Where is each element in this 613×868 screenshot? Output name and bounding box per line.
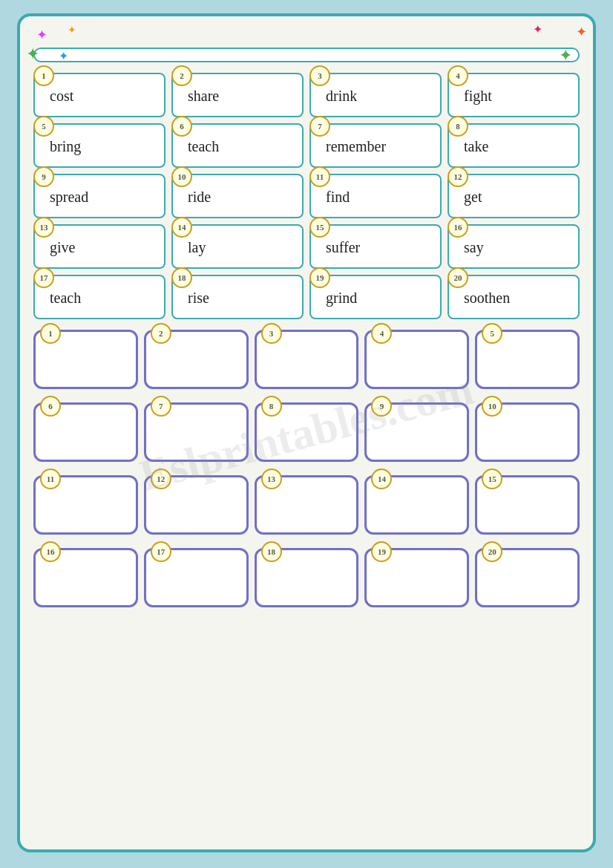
verb-word-2: share bbox=[188, 88, 219, 105]
verb-cell-10[interactable]: 10ride bbox=[171, 174, 304, 218]
answer-cell-1[interactable]: 1 bbox=[33, 330, 138, 389]
verb-number-1: 1 bbox=[33, 65, 54, 86]
answer-number-7: 7 bbox=[151, 396, 171, 417]
verb-word-8: take bbox=[464, 138, 488, 155]
verb-cell-19[interactable]: 19grind bbox=[309, 275, 442, 319]
verb-cell-12[interactable]: 12get bbox=[448, 174, 580, 218]
answer-cell-20[interactable]: 20 bbox=[475, 548, 580, 607]
answer-cell-16[interactable]: 16 bbox=[33, 548, 138, 607]
answer-number-17: 17 bbox=[151, 541, 171, 562]
verb-word-10: ride bbox=[188, 189, 211, 206]
verb-number-3: 3 bbox=[309, 65, 330, 86]
title-area bbox=[33, 28, 580, 42]
verb-cell-9[interactable]: 9spread bbox=[33, 174, 165, 218]
answer-cell-13[interactable]: 13 bbox=[255, 475, 359, 535]
verb-number-14: 14 bbox=[171, 217, 192, 238]
instructions-box bbox=[33, 48, 580, 62]
verb-number-18: 18 bbox=[171, 267, 192, 288]
page: ✦ ✦ ✦ ✦ ✦ ✦ ✦ 1cost2share3drink4fight5br… bbox=[17, 13, 596, 852]
answer-cell-19[interactable]: 19 bbox=[364, 548, 469, 607]
verb-cell-18[interactable]: 18rise bbox=[171, 275, 304, 319]
answer-number-4: 4 bbox=[371, 323, 392, 344]
verb-word-13: give bbox=[50, 239, 75, 256]
answer-number-2: 2 bbox=[151, 323, 171, 344]
verb-cell-20[interactable]: 20soothen bbox=[448, 275, 580, 319]
answer-cell-17[interactable]: 17 bbox=[144, 548, 249, 607]
answer-cell-5[interactable]: 5 bbox=[475, 330, 580, 389]
answer-cell-12[interactable]: 12 bbox=[144, 475, 249, 535]
verb-cell-17[interactable]: 17teach bbox=[33, 275, 165, 319]
verb-cell-3[interactable]: 3drink bbox=[309, 73, 442, 117]
verb-word-15: suffer bbox=[326, 239, 360, 256]
answer-cell-15[interactable]: 15 bbox=[475, 475, 580, 535]
answer-number-20: 20 bbox=[482, 541, 502, 562]
answer-number-3: 3 bbox=[261, 323, 282, 344]
verb-word-6: teach bbox=[188, 138, 219, 155]
verb-word-14: lay bbox=[188, 239, 206, 256]
answer-cell-9[interactable]: 9 bbox=[364, 402, 469, 462]
verb-cell-15[interactable]: 15suffer bbox=[309, 224, 442, 269]
verb-cell-8[interactable]: 8take bbox=[448, 123, 580, 168]
verb-word-9: spread bbox=[50, 189, 88, 206]
answer-number-14: 14 bbox=[371, 469, 392, 489]
answer-row-2: 678910 bbox=[33, 402, 580, 462]
answer-number-11: 11 bbox=[40, 469, 61, 489]
answer-section: 1234567891011121314151617181920 bbox=[33, 330, 580, 607]
verb-number-15: 15 bbox=[309, 217, 330, 238]
answer-cell-7[interactable]: 7 bbox=[144, 402, 249, 462]
verb-cell-13[interactable]: 13give bbox=[33, 224, 165, 269]
verb-cell-11[interactable]: 11find bbox=[309, 174, 442, 218]
verb-cell-5[interactable]: 5bring bbox=[33, 123, 165, 168]
verb-number-13: 13 bbox=[33, 217, 54, 238]
answer-cell-4[interactable]: 4 bbox=[364, 330, 469, 389]
answer-number-9: 9 bbox=[371, 396, 392, 417]
answer-cell-10[interactable]: 10 bbox=[475, 402, 580, 462]
verb-word-4: fight bbox=[464, 88, 492, 105]
verb-cell-1[interactable]: 1cost bbox=[33, 73, 165, 117]
verb-cell-6[interactable]: 6teach bbox=[171, 123, 304, 168]
answer-number-10: 10 bbox=[482, 396, 502, 417]
answer-number-1: 1 bbox=[40, 323, 61, 344]
answer-number-16: 16 bbox=[40, 541, 61, 562]
verb-cell-4[interactable]: 4fight bbox=[448, 73, 580, 117]
answer-cell-8[interactable]: 8 bbox=[255, 402, 359, 462]
answer-cell-3[interactable]: 3 bbox=[255, 330, 359, 389]
verb-number-9: 9 bbox=[33, 166, 54, 187]
answer-number-5: 5 bbox=[482, 323, 502, 344]
verb-number-16: 16 bbox=[448, 217, 468, 238]
verb-number-19: 19 bbox=[309, 267, 330, 288]
verb-number-6: 6 bbox=[171, 116, 192, 137]
answer-cell-6[interactable]: 6 bbox=[33, 402, 138, 462]
answer-number-8: 8 bbox=[261, 396, 282, 417]
verb-cell-14[interactable]: 14lay bbox=[171, 224, 304, 269]
verb-word-12: get bbox=[464, 189, 482, 206]
verb-word-20: soothen bbox=[464, 290, 510, 307]
verb-number-17: 17 bbox=[33, 267, 54, 288]
answer-number-19: 19 bbox=[371, 541, 392, 562]
verb-word-19: grind bbox=[326, 290, 357, 307]
answer-number-13: 13 bbox=[261, 469, 282, 489]
answer-row-3: 1112131415 bbox=[33, 475, 580, 535]
verb-number-20: 20 bbox=[448, 267, 468, 288]
answer-cell-18[interactable]: 18 bbox=[255, 548, 359, 607]
verb-word-3: drink bbox=[326, 88, 357, 105]
verb-cell-16[interactable]: 16say bbox=[448, 224, 580, 269]
answer-cell-2[interactable]: 2 bbox=[144, 330, 249, 389]
verb-number-7: 7 bbox=[309, 116, 330, 137]
verb-cell-7[interactable]: 7remember bbox=[309, 123, 442, 168]
verb-number-8: 8 bbox=[448, 116, 468, 137]
answer-row-1: 12345 bbox=[33, 330, 580, 389]
verb-word-1: cost bbox=[50, 88, 73, 105]
answer-number-18: 18 bbox=[261, 541, 282, 562]
verb-number-11: 11 bbox=[309, 166, 330, 187]
verb-cell-2[interactable]: 2share bbox=[171, 73, 304, 117]
verb-word-7: remember bbox=[326, 138, 386, 155]
verb-word-5: bring bbox=[50, 138, 81, 155]
answer-cell-14[interactable]: 14 bbox=[364, 475, 469, 535]
verb-word-18: rise bbox=[188, 290, 209, 307]
verb-number-2: 2 bbox=[171, 65, 192, 86]
answer-cell-11[interactable]: 11 bbox=[33, 475, 138, 535]
verb-number-12: 12 bbox=[448, 166, 468, 187]
answer-number-6: 6 bbox=[40, 396, 61, 417]
answer-number-15: 15 bbox=[482, 469, 502, 489]
